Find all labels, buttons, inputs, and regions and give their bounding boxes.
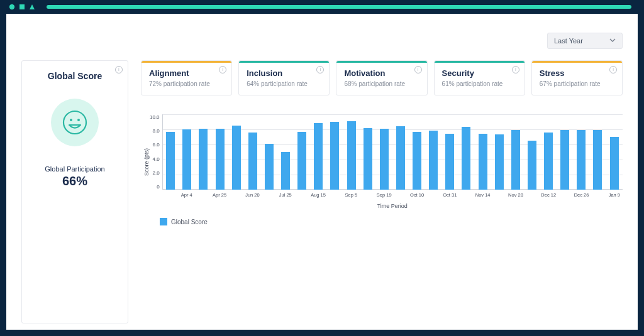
chart-bar — [199, 129, 208, 190]
metric-subtitle: 72% participation rate — [149, 80, 224, 87]
chart-bar — [495, 134, 504, 190]
chart-bar — [248, 133, 257, 190]
metric-card[interactable]: iAlignment72% participation rate — [141, 60, 232, 95]
metric-title: Inclusion — [247, 68, 321, 78]
chart-bar — [593, 130, 602, 190]
metric-title: Stress — [540, 68, 614, 78]
legend-label: Global Score — [171, 219, 208, 225]
window-controls — [9, 4, 35, 10]
x-axis-label: Time Period — [162, 203, 623, 209]
legend-swatch-icon — [160, 218, 167, 225]
info-icon[interactable]: i — [115, 66, 123, 73]
metric-card[interactable]: iSecurity61% participation rate — [434, 60, 525, 95]
metric-card[interactable]: iStress67% participation rate — [531, 60, 623, 95]
metric-title: Security — [442, 68, 517, 78]
chart-bar — [560, 130, 569, 190]
global-participation-value: 66% — [62, 174, 87, 188]
global-score-card: i Global Score Global Participation 66% — [21, 60, 128, 323]
chart-bar — [396, 126, 405, 190]
info-icon[interactable]: i — [316, 66, 324, 73]
svg-point-3 — [64, 111, 86, 134]
browser-chrome — [0, 0, 644, 14]
chevron-down-icon — [609, 37, 616, 45]
period-select[interactable]: Last Year — [547, 33, 623, 49]
viewport: Last Year i Global Score Global Particip… — [6, 14, 638, 330]
chart-bar — [511, 130, 520, 190]
info-icon[interactable]: i — [219, 66, 226, 73]
metric-title: Motivation — [344, 68, 419, 78]
chart-bar — [429, 131, 438, 190]
svg-rect-1 — [19, 4, 25, 9]
chart-legend: Global Score — [141, 218, 623, 225]
chart-bar — [364, 128, 372, 190]
x-axis-ticks: Apr 4Apr 25Jun 20Jul 25Aug 15Sep 5Sep 19… — [162, 190, 623, 198]
info-icon[interactable]: i — [512, 66, 519, 73]
y-axis-label: Score (pts) — [141, 114, 150, 209]
global-participation-label: Global Participation — [45, 165, 104, 173]
chart-bar — [445, 134, 454, 190]
period-select-label: Last Year — [554, 37, 583, 45]
chart-bar — [544, 133, 553, 190]
chart-bar — [182, 129, 191, 190]
address-bar — [47, 5, 631, 9]
chart-bar — [479, 134, 487, 190]
metric-card[interactable]: iInclusion64% participation rate — [238, 60, 330, 95]
metric-subtitle: 61% participation rate — [442, 80, 517, 87]
global-score-emoji — [51, 99, 99, 146]
svg-point-0 — [9, 4, 14, 9]
chart-bar — [462, 127, 470, 190]
chart-bar — [380, 129, 389, 190]
chart-bar — [314, 123, 323, 190]
global-score-title: Global Score — [48, 71, 102, 81]
info-icon[interactable]: i — [609, 66, 617, 73]
metric-subtitle: 68% participation rate — [344, 80, 419, 87]
chart-bar — [347, 121, 356, 190]
metric-subtitle: 67% participation rate — [540, 80, 614, 87]
chart-bar — [330, 122, 339, 190]
chart-bar — [528, 141, 536, 190]
info-icon[interactable]: i — [414, 66, 422, 73]
svg-point-5 — [77, 119, 80, 121]
smiley-icon — [61, 109, 89, 136]
metric-title: Alignment — [149, 68, 224, 78]
svg-marker-2 — [30, 4, 35, 9]
metric-subtitle: 64% participation rate — [247, 80, 321, 87]
chart-bar — [232, 126, 241, 190]
triangle-icon — [29, 4, 35, 10]
chart-bar — [265, 144, 274, 190]
chart-bar — [610, 137, 619, 190]
y-axis-ticks: 10.08.06.04.02.00 — [150, 114, 162, 190]
chart-section: Score (pts) 10.08.06.04.02.00 Apr 4Apr 2… — [141, 114, 623, 323]
square-icon — [19, 4, 25, 10]
chart-bars — [162, 114, 623, 190]
metric-cards-row: iAlignment72% participation rateiInclusi… — [141, 60, 623, 95]
chart-bar — [216, 129, 225, 190]
chart-bar — [297, 132, 306, 190]
circle-icon — [9, 4, 15, 10]
chart-bar — [166, 132, 175, 190]
svg-point-4 — [70, 119, 72, 121]
chart-bar — [281, 152, 290, 190]
chart-bar — [577, 130, 586, 190]
chart-bar — [413, 132, 421, 190]
metric-card[interactable]: iMotivation68% participation rate — [336, 60, 427, 95]
